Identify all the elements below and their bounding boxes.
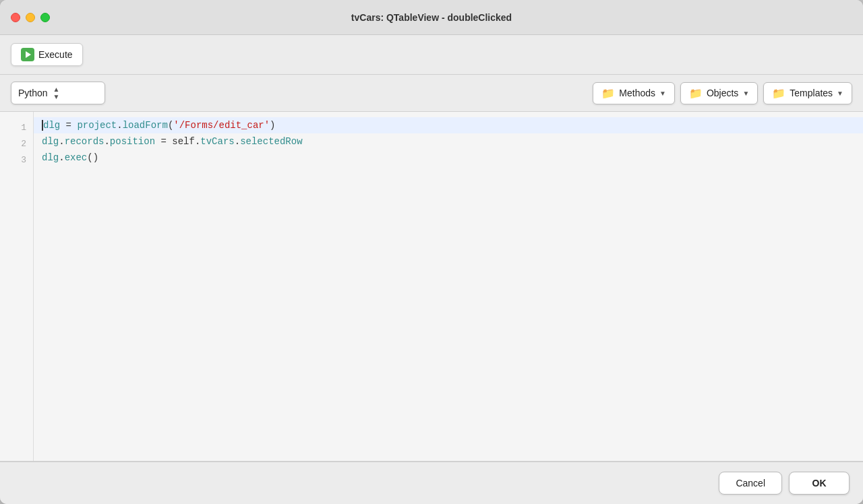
- code-loadform: loadForm: [123, 120, 168, 131]
- maximize-button[interactable]: [40, 13, 50, 22]
- code-position: position: [110, 136, 155, 147]
- methods-label: Methods: [619, 88, 655, 98]
- execute-label: Execute: [38, 49, 73, 60]
- code-exec: exec: [65, 152, 88, 163]
- main-window: tvCars: QTableView - doubleClicked Execu…: [0, 0, 863, 504]
- line-number-3: 3: [21, 152, 26, 168]
- code-paren-close-1: ): [270, 120, 275, 131]
- templates-chevron-icon: ▼: [837, 90, 843, 97]
- objects-chevron-icon: ▼: [742, 90, 749, 97]
- close-button[interactable]: [11, 13, 20, 22]
- code-records: records: [65, 136, 105, 147]
- code-editor[interactable]: 1 2 3 dlg = project.loadForm('/Forms/edi…: [0, 112, 863, 462]
- code-dlg3: dlg: [42, 152, 59, 163]
- code-project: project: [77, 120, 117, 131]
- traffic-lights: [11, 13, 50, 22]
- play-icon: [21, 48, 34, 61]
- code-dot-2b: .: [104, 136, 109, 147]
- code-dot-3: .: [59, 152, 64, 163]
- line-numbers: 1 2 3: [0, 112, 34, 461]
- templates-folder-icon: 📁: [772, 87, 785, 100]
- templates-dropdown-button[interactable]: 📁 Templates ▼: [763, 82, 852, 104]
- code-line-3: dlg.exec(): [34, 150, 863, 166]
- code-string-1: '/Forms/edit_car': [173, 120, 270, 131]
- code-dot-1: .: [117, 120, 122, 131]
- objects-dropdown-button[interactable]: 📁 Objects ▼: [680, 82, 758, 104]
- code-text-dlg1: dlg: [43, 120, 60, 131]
- stepper-arrows: ▲ ▼: [53, 86, 60, 100]
- code-equals-2: =: [155, 136, 172, 147]
- code-equals-1: =: [60, 120, 77, 131]
- minimize-button[interactable]: [26, 13, 35, 22]
- language-selector[interactable]: Python ▲ ▼: [11, 82, 105, 104]
- methods-chevron-icon: ▼: [659, 90, 666, 97]
- code-self: self: [172, 136, 195, 147]
- execute-button[interactable]: Execute: [11, 43, 83, 66]
- title-bar: tvCars: QTableView - doubleClicked: [0, 0, 863, 35]
- code-area[interactable]: dlg = project.loadForm('/Forms/edit_car'…: [34, 112, 863, 461]
- window-title: tvCars: QTableView - doubleClicked: [351, 12, 512, 23]
- line-number-2: 2: [21, 136, 26, 152]
- execute-toolbar: Execute: [0, 35, 863, 75]
- code-tvcars: tvCars: [200, 136, 234, 147]
- objects-folder-icon: 📁: [689, 87, 703, 100]
- bottom-bar: Cancel OK: [0, 462, 863, 504]
- code-dlg2: dlg: [42, 136, 59, 147]
- objects-label: Objects: [707, 88, 738, 98]
- code-dot-2d: .: [235, 136, 240, 147]
- language-value: Python: [18, 88, 48, 98]
- cancel-button[interactable]: Cancel: [719, 472, 782, 495]
- templates-label: Templates: [790, 88, 833, 98]
- code-dot-2a: .: [59, 136, 64, 147]
- toolbar-right-buttons: 📁 Methods ▼ 📁 Objects ▼ 📁 Templates ▼: [593, 82, 852, 104]
- line-number-1: 1: [21, 120, 26, 136]
- code-selectedrow: selectedRow: [240, 136, 302, 147]
- ok-button[interactable]: OK: [789, 472, 850, 495]
- code-line-1: dlg = project.loadForm('/Forms/edit_car'…: [34, 117, 863, 133]
- methods-dropdown-button[interactable]: 📁 Methods ▼: [593, 82, 675, 104]
- second-toolbar: Python ▲ ▼ 📁 Methods ▼ 📁 Objects ▼ 📁 Tem…: [0, 75, 863, 112]
- code-paren-3: (): [87, 152, 98, 163]
- code-line-2: dlg.records.position = self.tvCars.selec…: [34, 133, 863, 150]
- methods-folder-icon: 📁: [601, 87, 615, 100]
